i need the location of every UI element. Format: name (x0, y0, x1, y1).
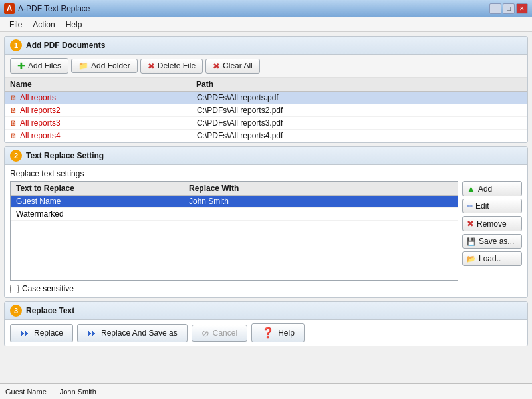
delete-file-button[interactable]: ✖ Delete File (140, 59, 203, 74)
title-bar: A A-PDF Text Replace – □ ✕ (0, 0, 532, 17)
pdf-icon: 🗎 (10, 132, 17, 140)
section2-body: Replace text settings Text to Replace Re… (5, 165, 527, 297)
menu-help[interactable]: Help (61, 19, 88, 31)
menu-action[interactable]: Action (27, 19, 60, 31)
replace-label: Replace (34, 329, 63, 338)
table-row[interactable]: 🗎 All reports2 C:\PDFs\All reports2.pdf (5, 104, 527, 117)
status-field2: John Smith (60, 388, 96, 396)
replace-settings-label: Replace text settings (10, 169, 522, 178)
add-rule-label: Add (478, 184, 492, 194)
replace-text-1: Guest Name (16, 197, 189, 206)
menu-bar: File Action Help (0, 17, 532, 32)
col-text-header: Text to Replace (16, 184, 189, 193)
file-name-4: All reports4 (20, 131, 197, 140)
replace-row[interactable]: Watermarked (11, 208, 458, 221)
section3-header: 3 Replace Text (5, 302, 527, 320)
delete-file-icon: ✖ (148, 61, 155, 71)
restore-button[interactable]: □ (503, 3, 515, 14)
section3-body: ⏭ Replace ⏭ Replace And Save as ⊘ Cancel… (5, 320, 527, 346)
remove-rule-label: Remove (477, 219, 507, 229)
section1-header: 1 Add PDF Documents (5, 37, 527, 55)
replace-icon: ⏭ (20, 327, 31, 339)
add-folder-button[interactable]: 📁 Add Folder (71, 59, 138, 73)
pdf-icon: 🗎 (10, 119, 17, 127)
replace-settings-container: Text to Replace Replace With Guest Name … (10, 181, 522, 281)
load-label: Load.. (479, 254, 501, 263)
add-files-icon: ✚ (17, 61, 25, 71)
edit-rule-label: Edit (475, 201, 489, 211)
cancel-icon: ⊘ (201, 328, 209, 338)
table-row[interactable]: 🗎 All reports4 C:\PDFs\All reports4.pdf (5, 130, 527, 142)
edit-rule-icon: ✏ (467, 202, 473, 211)
save-as-button[interactable]: 💾 Save as... (462, 234, 522, 249)
case-sensitive-label: Case sensitive (22, 284, 74, 293)
section2-title: Text Replace Setting (26, 151, 104, 160)
section3-title: Replace Text (26, 306, 74, 315)
status-bar: Guest Name John Smith (0, 383, 532, 399)
file-path-3: C:\PDFs\All reports3.pdf (197, 118, 522, 128)
file-path-2: C:\PDFs\All reports2.pdf (197, 106, 522, 115)
remove-rule-button[interactable]: ✖ Remove (462, 216, 522, 231)
section-replace-text: 3 Replace Text ⏭ Replace ⏭ Replace And S… (4, 301, 528, 346)
minimize-button[interactable]: – (489, 3, 501, 14)
close-button[interactable]: ✕ (516, 3, 528, 14)
add-rule-icon: ▲ (467, 184, 475, 194)
case-sensitive-container: Case sensitive (10, 284, 522, 293)
file-list-header: Name Path (5, 78, 527, 92)
file-name-1: All reports (20, 93, 197, 102)
file-path-4: C:\PDFs\All reports4.pdf (197, 131, 522, 140)
add-files-label: Add Files (28, 61, 61, 70)
help-label: Help (278, 329, 295, 338)
file-name-3: All reports3 (20, 118, 197, 128)
section-add-pdf: 1 Add PDF Documents ✚ Add Files 📁 Add Fo… (4, 36, 528, 143)
clear-all-label: Clear All (223, 61, 253, 70)
table-row[interactable]: 🗎 All reports C:\PDFs\All reports.pdf (5, 92, 527, 104)
cancel-label: Cancel (213, 329, 237, 338)
help-button[interactable]: ❓ Help (251, 323, 305, 342)
col-path-header: Path (196, 80, 522, 89)
file-name-2: All reports2 (20, 106, 197, 115)
remove-rule-icon: ✖ (467, 219, 474, 229)
replace-and-save-button[interactable]: ⏭ Replace And Save as (77, 324, 188, 342)
replace-with-2 (189, 209, 452, 219)
replace-with-1: John Smith (189, 197, 452, 206)
replace-save-icon: ⏭ (87, 327, 98, 339)
cancel-button[interactable]: ⊘ Cancel (192, 325, 247, 342)
save-as-icon: 💾 (467, 237, 476, 246)
help-icon: ❓ (261, 327, 275, 339)
case-sensitive-checkbox[interactable] (10, 285, 19, 293)
section1-number: 1 (10, 39, 22, 51)
section-text-replace: 2 Text Replace Setting Replace text sett… (4, 146, 528, 298)
clear-all-button[interactable]: ✖ Clear All (205, 59, 260, 74)
delete-file-label: Delete File (158, 61, 196, 70)
replace-text-2: Watermarked (16, 209, 189, 219)
app-title: A-PDF Text Replace (18, 4, 90, 13)
file-path-1: C:\PDFs\All reports.pdf (197, 93, 522, 102)
menu-file[interactable]: File (4, 19, 27, 31)
replace-row[interactable]: Guest Name John Smith (11, 196, 458, 208)
add-folder-label: Add Folder (91, 61, 130, 70)
edit-rule-button[interactable]: ✏ Edit (462, 199, 522, 213)
section1-toolbar: ✚ Add Files 📁 Add Folder ✖ Delete File ✖… (5, 55, 527, 78)
col-name-header: Name (10, 80, 196, 89)
side-buttons: ▲ Add ✏ Edit ✖ Remove 💾 Save as... (462, 181, 522, 281)
pdf-icon: 🗎 (10, 94, 17, 102)
app-icon: A (4, 3, 15, 14)
section2-header: 2 Text Replace Setting (5, 147, 527, 165)
replace-table: Text to Replace Replace With Guest Name … (10, 181, 458, 281)
load-button[interactable]: 📂 Load.. (462, 251, 522, 266)
table-row[interactable]: 🗎 All reports3 C:\PDFs\All reports3.pdf (5, 117, 527, 130)
add-folder-icon: 📁 (78, 61, 88, 70)
section2-number: 2 (10, 150, 22, 162)
add-rule-button[interactable]: ▲ Add (462, 181, 522, 196)
replace-save-label: Replace And Save as (101, 329, 178, 338)
save-as-label: Save as... (479, 237, 514, 246)
col-with-header: Replace With (189, 184, 452, 193)
file-list: Name Path 🗎 All reports C:\PDFs\All repo… (5, 78, 527, 142)
section1-title: Add PDF Documents (26, 41, 105, 50)
replace-table-header: Text to Replace Replace With (11, 182, 458, 196)
load-icon: 📂 (467, 255, 476, 263)
status-field1: Guest Name (5, 388, 47, 396)
add-files-button[interactable]: ✚ Add Files (10, 58, 68, 74)
replace-button[interactable]: ⏭ Replace (10, 324, 73, 342)
